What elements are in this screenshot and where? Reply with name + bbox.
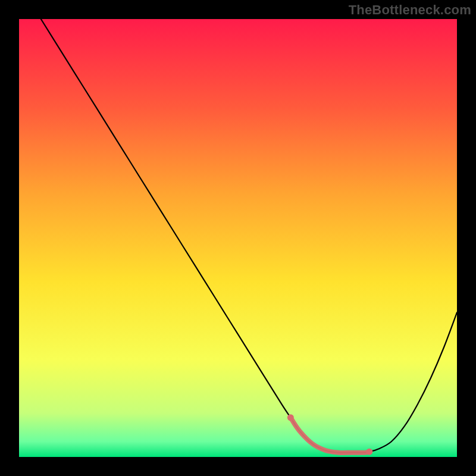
chart-frame: TheBottleneck.com	[0, 0, 476, 476]
chart-svg	[19, 19, 457, 457]
highlight-endpoint	[287, 414, 294, 421]
highlight-endpoint	[366, 449, 372, 455]
chart-background	[19, 19, 457, 457]
watermark-text: TheBottleneck.com	[349, 2, 471, 18]
plot-area	[19, 19, 457, 457]
